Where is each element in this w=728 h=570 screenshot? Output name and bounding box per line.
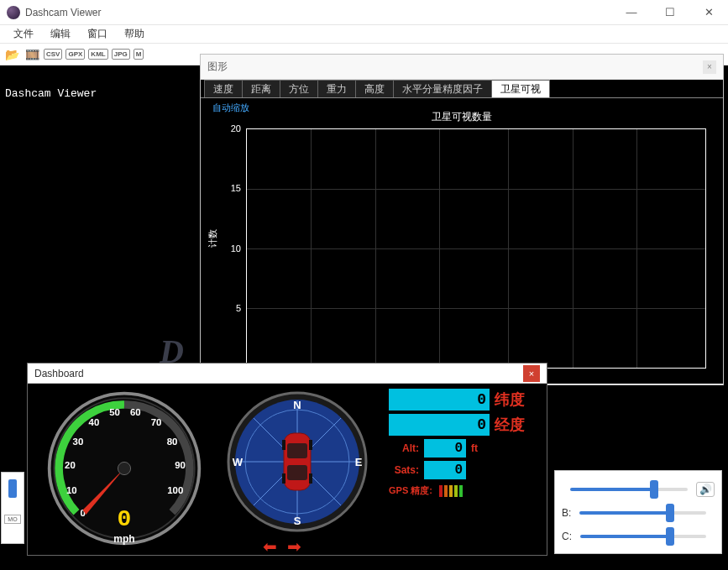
export-gpx-button[interactable]: GPX xyxy=(65,49,85,60)
chart-area: 自动缩放 卫星可视数量 计数 20 15 10 5 0 xyxy=(201,98,723,384)
dashboard-title: Dashboard xyxy=(34,368,84,379)
svg-rect-32 xyxy=(309,473,312,484)
app-icon xyxy=(7,6,20,19)
compass: N E S W xyxy=(226,390,369,533)
minimize-button[interactable]: — xyxy=(612,0,651,24)
svg-text:S: S xyxy=(294,515,301,527)
alt-label: Alt: xyxy=(389,442,424,454)
window-title: Dashcam Viewer xyxy=(25,7,612,18)
slider-b-label: B: xyxy=(562,507,571,519)
latitude-value: 0 xyxy=(389,389,490,411)
svg-text:20: 20 xyxy=(65,460,76,470)
menu-file[interactable]: 文件 xyxy=(5,25,42,43)
sats-label: Sats: xyxy=(389,464,424,476)
readouts: 0纬度 0经度 Alt:0ft Sats:0 GPS 精度: xyxy=(389,389,544,497)
maximize-button[interactable]: ☐ xyxy=(651,0,689,24)
mini-slider-thumb[interactable] xyxy=(8,479,17,498)
arrow-right-icon[interactable]: ➡ xyxy=(287,536,301,557)
export-jpg-button[interactable]: JPG xyxy=(112,49,130,60)
tab-distance[interactable]: 距离 xyxy=(242,80,280,97)
sliders-panel: 🔊 B: C: xyxy=(554,470,722,554)
video-overlay-label: Dashcam Viewer xyxy=(5,87,97,100)
svg-text:100: 100 xyxy=(167,485,183,495)
svg-text:N: N xyxy=(293,399,301,411)
mo-badge: MO xyxy=(4,515,21,524)
graph-panel: 图形 × 速度 距离 方位 重力 高度 水平分量精度因子 卫星可视 自动缩放 卫… xyxy=(200,54,724,385)
contrast-slider[interactable] xyxy=(580,535,706,538)
svg-text:60: 60 xyxy=(130,407,141,417)
ytick-15: 15 xyxy=(231,183,241,193)
graph-panel-close-icon[interactable]: × xyxy=(703,60,716,74)
volume-slider[interactable] xyxy=(570,488,688,491)
svg-text:40: 40 xyxy=(89,417,100,427)
tab-bearing[interactable]: 方位 xyxy=(280,80,318,97)
chart-ylabel: 计数 xyxy=(207,229,219,248)
longitude-label: 经度 xyxy=(490,415,525,435)
menu-edit[interactable]: 编辑 xyxy=(42,25,79,43)
speed-unit-label: mph xyxy=(113,533,134,545)
arrow-left-icon[interactable]: ⬅ xyxy=(263,536,277,557)
graph-panel-title: 图形 xyxy=(207,60,228,74)
svg-text:30: 30 xyxy=(73,437,84,447)
close-button[interactable]: ✕ xyxy=(689,0,728,24)
svg-text:90: 90 xyxy=(175,460,186,470)
title-bar: Dashcam Viewer — ☐ ✕ xyxy=(0,0,728,25)
export-kml-button[interactable]: KML xyxy=(88,49,107,60)
svg-text:70: 70 xyxy=(151,417,162,427)
graph-tabs: 速度 距离 方位 重力 高度 水平分量精度因子 卫星可视 xyxy=(201,80,723,98)
alt-value: 0 xyxy=(424,439,466,458)
open-folder-icon[interactable]: 📂 xyxy=(3,46,20,63)
chart-title: 卫星可视数量 xyxy=(432,110,492,124)
svg-rect-31 xyxy=(282,473,285,484)
svg-text:E: E xyxy=(355,456,363,468)
svg-text:10: 10 xyxy=(66,485,77,495)
chart-plot-box xyxy=(246,128,706,369)
ytick-5: 5 xyxy=(236,303,241,313)
ytick-20: 20 xyxy=(231,123,241,133)
svg-rect-30 xyxy=(309,440,312,450)
svg-rect-29 xyxy=(282,440,285,450)
tab-sat-visible[interactable]: 卫星可视 xyxy=(491,80,550,97)
svg-rect-27 xyxy=(287,443,307,458)
svg-rect-28 xyxy=(287,465,307,480)
menu-window[interactable]: 窗口 xyxy=(79,25,116,43)
svg-text:80: 80 xyxy=(167,437,178,447)
svg-rect-26 xyxy=(284,433,311,490)
export-csv-button[interactable]: CSV xyxy=(44,49,62,60)
tab-altitude[interactable]: 高度 xyxy=(355,80,394,97)
alt-unit: ft xyxy=(466,442,478,454)
tab-speed[interactable]: 速度 xyxy=(204,80,243,97)
tab-hdop[interactable]: 水平分量精度因子 xyxy=(393,80,492,97)
sats-value: 0 xyxy=(424,461,466,479)
film-icon[interactable]: 🎞️ xyxy=(24,46,40,63)
tab-gravity[interactable]: 重力 xyxy=(317,80,356,97)
gps-accuracy-bars xyxy=(439,485,463,497)
dashboard-panel: Dashboard × 01020 304050 607080 90100 0 … xyxy=(27,363,547,556)
brightness-slider[interactable] xyxy=(579,511,706,515)
svg-point-14 xyxy=(118,462,130,474)
autozoom-label[interactable]: 自动缩放 xyxy=(212,102,249,114)
speaker-icon[interactable]: 🔊 xyxy=(696,482,715,497)
dashboard-close-icon[interactable]: × xyxy=(523,365,540,382)
slider-c-label: C: xyxy=(562,531,572,542)
menu-help[interactable]: 帮助 xyxy=(116,25,153,43)
latitude-label: 纬度 xyxy=(490,390,525,410)
menu-bar: 文件 编辑 窗口 帮助 xyxy=(0,25,728,44)
svg-text:W: W xyxy=(233,456,244,468)
speed-digital-value: 0 xyxy=(118,506,132,532)
export-m-button[interactable]: M xyxy=(134,49,144,60)
longitude-value: 0 xyxy=(389,414,490,436)
left-mini-panel: MO xyxy=(1,472,24,544)
speedometer: 01020 304050 607080 90100 0 mph xyxy=(45,389,204,548)
ytick-10: 10 xyxy=(231,243,241,254)
svg-text:50: 50 xyxy=(109,407,120,417)
gps-label: GPS 精度: xyxy=(389,484,432,497)
compass-arrows: ⬅ ➡ xyxy=(263,536,301,557)
